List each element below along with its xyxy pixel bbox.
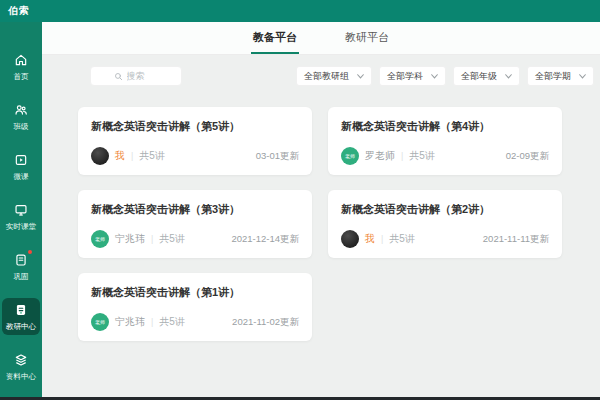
lesson-count: 共5讲 <box>389 232 415 246</box>
sidebar-item-live-classroom[interactable]: 实时课堂 <box>2 198 40 235</box>
meta-divider: | <box>131 151 133 161</box>
chevron-down-icon <box>505 74 512 79</box>
meta-divider: | <box>151 234 153 244</box>
course-title: 新概念英语突击讲解（第4讲） <box>341 119 549 134</box>
updated-date: 2021-11-11更新 <box>483 233 549 246</box>
live-classroom-icon <box>13 202 29 218</box>
chevron-down-icon <box>579 74 586 79</box>
sidebar-item-data-center[interactable]: 资料中心 <box>2 348 40 385</box>
teacher-avatar <box>341 230 359 248</box>
sidebar-item-label: 微课 <box>13 171 28 181</box>
search-input[interactable] <box>127 71 159 81</box>
teacher-name: 我 <box>115 149 125 163</box>
teacher-name: 我 <box>365 232 375 246</box>
dropdown-label: 全部年级 <box>461 70 497 83</box>
dropdown-group: 全部教研组 全部学科 全部年级 全部学期 <box>296 66 594 86</box>
teacher-name: 宁兆玮 <box>115 315 145 329</box>
lesson-count: 共5讲 <box>139 149 165 163</box>
app-window: 伯索 首页 班级 微课 实时课堂 巩固 教研中心 资料中心 教备平台教研平台 <box>0 0 600 400</box>
teacher-avatar: 老师 <box>341 147 359 165</box>
search-box[interactable] <box>90 66 182 86</box>
teacher-avatar: 老师 <box>91 230 109 248</box>
course-title: 新概念英语突击讲解（第3讲） <box>91 202 299 217</box>
meta-divider: | <box>151 317 153 327</box>
tab-research[interactable]: 教研平台 <box>343 22 391 54</box>
filter-dropdown-term[interactable]: 全部学期 <box>527 66 594 86</box>
content-area: 全部教研组 全部学科 全部年级 全部学期 新概念英语突击讲解（第5讲） 我 | … <box>42 56 600 397</box>
updated-date: 03-01更新 <box>256 150 299 163</box>
chevron-down-icon <box>431 74 438 79</box>
sidebar-item-label: 巩固 <box>13 271 28 281</box>
filter-dropdown-grade[interactable]: 全部年级 <box>453 66 520 86</box>
course-card[interactable]: 新概念英语突击讲解（第5讲） 我 | 共5讲 03-01更新 <box>78 107 312 175</box>
course-title: 新概念英语突击讲解（第1讲） <box>91 285 299 300</box>
lesson-count: 共5讲 <box>159 315 185 329</box>
lesson-count: 共5讲 <box>409 149 435 163</box>
dropdown-label: 全部学科 <box>387 70 423 83</box>
top-header-bar: 伯索 <box>0 0 600 22</box>
filter-dropdown-group[interactable]: 全部教研组 <box>296 66 372 86</box>
updated-date: 2021-11-02更新 <box>232 316 299 329</box>
sidebar-item-consolidate[interactable]: 巩固 <box>2 248 40 285</box>
sidebar-nav: 首页 班级 微课 实时课堂 巩固 教研中心 资料中心 <box>2 48 40 398</box>
sidebar-item-home[interactable]: 首页 <box>2 48 40 85</box>
teacher-avatar: 老师 <box>91 313 109 331</box>
sidebar-item-class[interactable]: 班级 <box>2 98 40 135</box>
tab-bar: 教备平台教研平台 <box>42 22 600 55</box>
teacher-name: 宁兆玮 <box>115 232 145 246</box>
sidebar-item-research-center[interactable]: 教研中心 <box>2 298 40 335</box>
updated-date: 2021-12-14更新 <box>231 233 299 246</box>
course-card[interactable]: 新概念英语突击讲解（第2讲） 我 | 共5讲 2021-11-11更新 <box>328 190 562 258</box>
sidebar-item-label: 首页 <box>13 71 28 81</box>
research-center-icon <box>13 302 29 318</box>
home-icon <box>13 52 29 68</box>
updated-date: 02-09更新 <box>506 150 549 163</box>
filter-row: 全部教研组 全部学科 全部年级 全部学期 <box>90 66 594 86</box>
dropdown-label: 全部学期 <box>535 70 571 83</box>
course-title: 新概念英语突击讲解（第2讲） <box>341 202 549 217</box>
main-area: 教备平台教研平台 全部教研组 全部学科 全部年级 全部学期 新概念英语突击讲解（… <box>42 22 600 397</box>
course-meta: 我 | 共5讲 03-01更新 <box>91 147 299 165</box>
filter-dropdown-subject[interactable]: 全部学科 <box>379 66 446 86</box>
teacher-avatar <box>91 147 109 165</box>
sidebar-item-microcourse[interactable]: 微课 <box>2 148 40 185</box>
course-card-grid: 新概念英语突击讲解（第5讲） 我 | 共5讲 03-01更新 新概念英语突击讲解… <box>78 107 600 341</box>
sidebar-item-label: 教研中心 <box>6 321 36 331</box>
course-title: 新概念英语突击讲解（第5讲） <box>91 119 299 134</box>
meta-divider: | <box>401 151 403 161</box>
course-card[interactable]: 新概念英语突击讲解（第1讲） 老师 宁兆玮 | 共5讲 2021-11-02更新 <box>78 273 312 341</box>
course-meta: 老师 宁兆玮 | 共5讲 2021-12-14更新 <box>91 230 299 248</box>
consolidate-icon <box>13 252 29 268</box>
class-icon <box>13 102 29 118</box>
data-center-icon <box>13 352 29 368</box>
search-icon <box>114 72 123 81</box>
teacher-name: 罗老师 <box>365 149 395 163</box>
sidebar: 首页 班级 微课 实时课堂 巩固 教研中心 资料中心 <box>0 22 42 397</box>
course-meta: 老师 宁兆玮 | 共5讲 2021-11-02更新 <box>91 313 299 331</box>
dropdown-label: 全部教研组 <box>304 70 349 83</box>
sidebar-item-label: 资料中心 <box>6 371 36 381</box>
tab-prep[interactable]: 教备平台 <box>251 22 299 54</box>
course-card[interactable]: 新概念英语突击讲解（第4讲） 老师 罗老师 | 共5讲 02-09更新 <box>328 107 562 175</box>
lesson-count: 共5讲 <box>159 232 185 246</box>
sidebar-item-label: 班级 <box>13 121 28 131</box>
course-meta: 老师 罗老师 | 共5讲 02-09更新 <box>341 147 549 165</box>
chevron-down-icon <box>357 74 364 79</box>
brand-logo: 伯索 <box>8 4 30 18</box>
sidebar-item-label: 实时课堂 <box>6 221 36 231</box>
meta-divider: | <box>381 234 383 244</box>
microcourse-icon <box>13 152 29 168</box>
course-card[interactable]: 新概念英语突击讲解（第3讲） 老师 宁兆玮 | 共5讲 2021-12-14更新 <box>78 190 312 258</box>
course-meta: 我 | 共5讲 2021-11-11更新 <box>341 230 549 248</box>
